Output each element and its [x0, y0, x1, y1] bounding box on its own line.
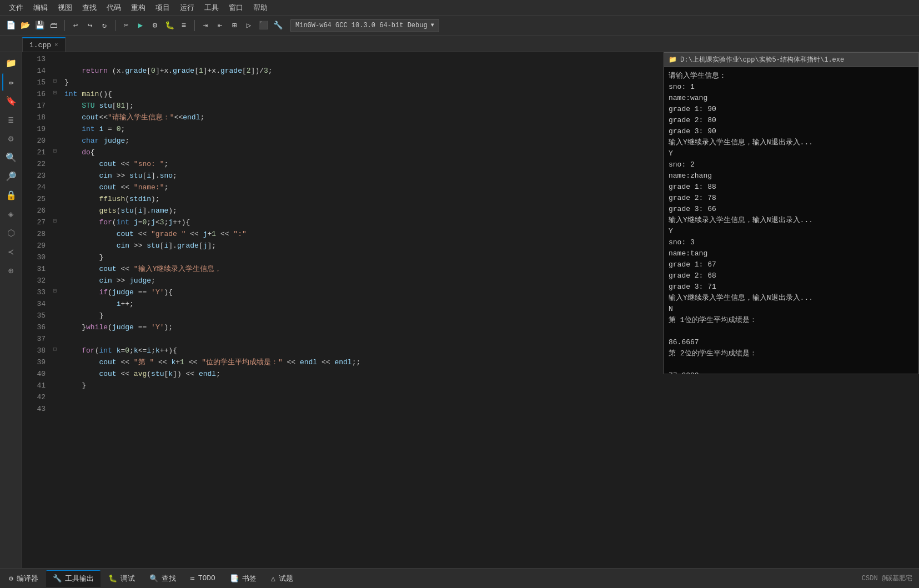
- terminal-line-16: sno: 3: [669, 237, 914, 248]
- build-config-label: MinGW-w64 GCC 10.3.0 64-bit Debug: [295, 22, 428, 29]
- problem-icon: △: [271, 574, 275, 583]
- menu-help[interactable]: 帮助: [249, 2, 272, 14]
- bookmark-icon: 📑: [230, 574, 239, 583]
- terminal-line-15: Y: [669, 226, 914, 237]
- indent-icon[interactable]: ⇥: [199, 19, 212, 32]
- terminal-line-9: sno: 2: [669, 159, 914, 170]
- sidebar-icon-5[interactable]: ⚙: [2, 130, 20, 148]
- redo-icon[interactable]: ↪: [84, 19, 96, 32]
- bottom-tab-tools[interactable]: 🔧 工具输出: [46, 570, 101, 587]
- terminal-titlebar: 📁 D:\上机课实验作业\cpp\实验5-结构体和指针\1.exe: [664, 53, 918, 67]
- run2-icon[interactable]: ▷: [243, 19, 255, 32]
- sidebar-icon-6[interactable]: 🔍: [2, 149, 20, 167]
- code-line-41: }: [60, 380, 919, 391]
- menu-find[interactable]: 查找: [78, 2, 101, 14]
- code-line-43: [60, 403, 919, 415]
- terminal-line-5: grade 2: 80: [669, 115, 914, 126]
- terminal-line-1: 请输入学生信息：: [669, 71, 914, 82]
- refresh-icon[interactable]: ↻: [98, 19, 111, 32]
- save-icon[interactable]: 💾: [33, 19, 46, 32]
- menu-window[interactable]: 窗口: [224, 2, 248, 14]
- find-label: 查找: [162, 574, 176, 584]
- terminal-line-12: grade 2: 78: [669, 193, 914, 204]
- tab-cpp[interactable]: 1.cpp ×: [22, 37, 66, 52]
- editor-area: 13 14 15 16 17 18 19 20 21 22 23 24 25 2…: [22, 52, 919, 568]
- todo-icon: ≔: [190, 574, 195, 583]
- build-config[interactable]: MinGW-w64 GCC 10.3.0 64-bit Debug ▼: [290, 19, 439, 32]
- menu-run[interactable]: 运行: [175, 2, 199, 14]
- terminal-line-4: grade 1: 90: [669, 104, 914, 115]
- sidebar-icon-7[interactable]: 🔎: [2, 168, 20, 185]
- terminal-line-10: name:zhang: [669, 170, 914, 182]
- fold-gutter: ⊟ ⊟ ⊟ ⊟ ⊟: [50, 52, 60, 568]
- terminal-popup[interactable]: 📁 D:\上机课实验作业\cpp\实验5-结构体和指针\1.exe 请输入学生信…: [664, 52, 919, 374]
- bottom-tab-find[interactable]: 🔍 查找: [143, 570, 183, 587]
- wrench-icon[interactable]: 🔧: [272, 19, 284, 32]
- find-icon: 🔍: [149, 574, 158, 583]
- tools-icon: 🔧: [53, 574, 62, 583]
- cut-icon[interactable]: ✂: [120, 19, 132, 32]
- menu-project[interactable]: 项目: [151, 2, 174, 14]
- config-dropdown-icon[interactable]: ▼: [431, 22, 434, 28]
- terminal-line-24: [669, 326, 914, 337]
- toolbar: 📄 📂 💾 🗃 ↩ ↪ ↻ ✂ ▶ ⚙ 🐛 ≡ ⇥ ⇤ ⊞ ▷ ⬛ 🔧 MinG…: [0, 16, 919, 36]
- format-icon[interactable]: ≡: [178, 19, 190, 32]
- open-file-icon[interactable]: 📂: [19, 19, 31, 32]
- save-all-icon[interactable]: 🗃: [48, 19, 60, 32]
- menu-tools[interactable]: 工具: [200, 2, 223, 14]
- terminal-line-20: grade 3: 71: [669, 282, 914, 293]
- debug-label: 调试: [120, 574, 135, 584]
- toggle-icon[interactable]: ⊞: [228, 19, 240, 32]
- main-area: 📁 ✏ 🔖 ≣ ⚙ 🔍 🔎 🔒 ◈ ⬡ ≺ ⊕ 13 14 15 16 17 1…: [0, 52, 919, 568]
- sep3: [194, 20, 195, 31]
- bottom-right-label: CSDN @碳基肥宅: [862, 574, 917, 583]
- code-line-42: [60, 391, 919, 403]
- terminal-line-11: grade 1: 88: [669, 182, 914, 193]
- sidebar-icon-11[interactable]: ≺: [2, 243, 20, 261]
- terminal-line-17: name:tang: [669, 248, 914, 259]
- menu-view[interactable]: 视图: [53, 2, 77, 14]
- run-icon[interactable]: ▶: [134, 19, 147, 32]
- terminal-line-13: grade 3: 66: [669, 204, 914, 215]
- sidebar-icon-8[interactable]: 🔒: [2, 187, 20, 204]
- unindent-icon[interactable]: ⇤: [214, 19, 226, 32]
- debug2-icon: 🐛: [108, 574, 117, 583]
- sidebar-icon-4[interactable]: ≣: [2, 111, 20, 129]
- terminal-line-8: Y: [669, 148, 914, 159]
- menu-refactor[interactable]: 重构: [127, 2, 150, 14]
- new-file-icon[interactable]: 📄: [4, 19, 17, 32]
- sidebar-icon-3[interactable]: 🔖: [2, 92, 20, 110]
- compiler-icon: ⚙: [9, 574, 13, 583]
- terminal-line-6: grade 3: 90: [669, 126, 914, 137]
- sidebar-icon-1[interactable]: 📁: [2, 54, 20, 72]
- sidebar-icon-2[interactable]: ✏: [2, 73, 20, 91]
- sidebar-icon-12[interactable]: ⊕: [2, 262, 20, 280]
- bottom-tab-compiler[interactable]: ⚙ 编译器: [2, 570, 45, 587]
- terminal-line-25: 86.6667: [669, 337, 914, 348]
- sidebar-icon-10[interactable]: ⬡: [2, 224, 20, 242]
- bottom-tab-debug[interactable]: 🐛 调试: [102, 570, 142, 587]
- sidebar-icon-9[interactable]: ◈: [2, 205, 20, 223]
- line-numbers: 13 14 15 16 17 18 19 20 21 22 23 24 25 2…: [22, 52, 50, 568]
- terminal-body[interactable]: 请输入学生信息： sno: 1 name:wang grade 1: 90 gr…: [664, 67, 918, 374]
- bottom-toolbar: ⚙ 编译器 🔧 工具输出 🐛 调试 🔍 查找 ≔ TODO 📑 书签 △ 试题 …: [0, 568, 919, 588]
- terminal-folder-icon: 📁: [669, 56, 677, 64]
- bottom-tab-problem[interactable]: △ 试题: [264, 570, 300, 587]
- menu-bar: 文件 编辑 视图 查找 代码 重构 项目 运行 工具 窗口 帮助: [0, 0, 919, 16]
- terminal-line-23: 第 1位的学生平均成绩是：: [669, 315, 914, 326]
- tools-label: 工具输出: [65, 574, 94, 584]
- bottom-tab-todo[interactable]: ≔ TODO: [184, 570, 222, 587]
- menu-file[interactable]: 文件: [4, 2, 28, 14]
- build-run-icon[interactable]: ⚙: [149, 19, 161, 32]
- tab-filename: 1.cpp: [29, 41, 51, 49]
- debug-icon[interactable]: 🐛: [163, 19, 175, 32]
- menu-edit[interactable]: 编辑: [29, 2, 52, 14]
- menu-code[interactable]: 代码: [102, 2, 125, 14]
- bottom-tab-bookmark[interactable]: 📑 书签: [223, 570, 263, 587]
- todo-label: TODO: [198, 574, 215, 582]
- stop-icon[interactable]: ⬛: [257, 19, 269, 32]
- terminal-line-19: grade 2: 68: [669, 270, 914, 282]
- terminal-line-2: sno: 1: [669, 82, 914, 93]
- undo-icon[interactable]: ↩: [69, 19, 82, 32]
- tab-close-button[interactable]: ×: [54, 42, 58, 48]
